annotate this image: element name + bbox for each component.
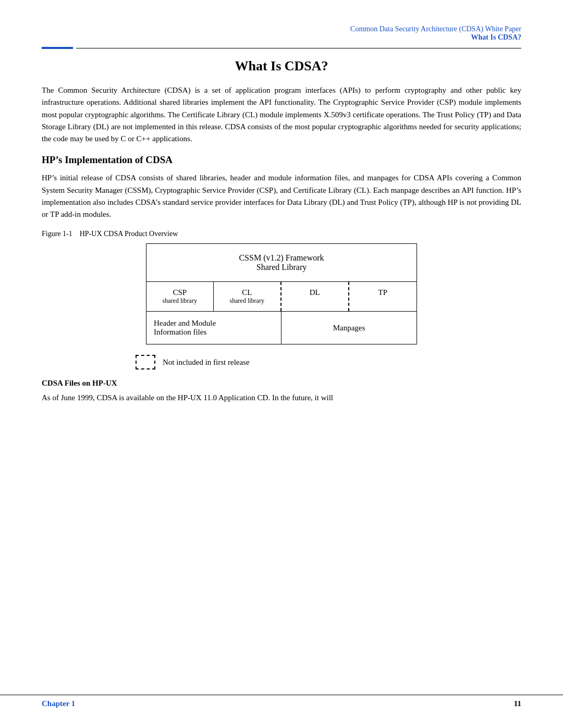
figure-label: Figure 1-1 HP-UX CDSA Product Overview: [42, 230, 521, 238]
legend-dashed-box: [136, 355, 155, 369]
cell-manpages: Manpages: [282, 312, 417, 344]
footer-chapter: Chapter 1: [42, 699, 75, 708]
figure-title: HP-UX CDSA Product Overview: [80, 230, 178, 238]
section-divider: [42, 47, 521, 49]
tp-label: TP: [378, 288, 387, 297]
page-title: What Is CDSA?: [42, 58, 521, 74]
cell-cl: CL shared library: [214, 282, 281, 311]
intro-paragraph: The Common Security Architecture (CDSA) …: [42, 84, 521, 145]
header-module-label: Header and Module: [154, 319, 274, 328]
header-module-sub: Information files: [154, 328, 274, 337]
csp-label: CSP: [152, 288, 208, 297]
legend-row: Not included in first release: [42, 355, 521, 369]
footer-page-number: 11: [514, 699, 521, 708]
cl-sub: shared library: [219, 297, 276, 305]
cell-dl: DL: [282, 282, 349, 311]
header-link: Common Data Security Architecture (CDSA)…: [350, 25, 521, 33]
cdsa-files-heading: CDSA Files on HP-UX: [42, 379, 521, 388]
divider-line: [76, 48, 521, 48]
closing-paragraph: As of June 1999, CDSA is available on th…: [42, 392, 521, 404]
cell-header-module: Header and Module Information files: [146, 312, 282, 344]
cell-csp: CSP shared library: [146, 282, 214, 311]
dl-label: DL: [310, 288, 320, 297]
manpages-label: Manpages: [333, 324, 365, 332]
figure-number: Figure 1-1: [42, 230, 72, 238]
cssm-sublabel: Shared Library: [152, 263, 411, 272]
diagram-right-dashed: DL TP: [282, 282, 417, 311]
diagram-middle-row: CSP shared library CL shared library DL …: [146, 282, 417, 312]
page-footer: Chapter 1 11: [0, 695, 563, 708]
cell-tp: TP: [349, 282, 417, 311]
diagram: CSSM (v1.2) Framework Shared Library CSP…: [146, 243, 417, 344]
divider-blue-bar: [42, 47, 73, 49]
csp-sub: shared library: [152, 297, 208, 305]
cssm-label: CSSM (v1.2) Framework: [152, 253, 411, 263]
page-header: Common Data Security Architecture (CDSA)…: [0, 0, 563, 42]
cl-label: CL: [219, 288, 276, 297]
header-bold: What Is CDSA?: [471, 33, 521, 42]
diagram-bottom-row: Header and Module Information files Manp…: [146, 312, 417, 344]
diagram-left-solid: CSP shared library CL shared library: [146, 282, 282, 311]
main-content: What Is CDSA? The Common Security Archit…: [0, 58, 563, 404]
diagram-cssm-row: CSSM (v1.2) Framework Shared Library: [146, 244, 417, 282]
legend-text: Not included in first release: [163, 358, 250, 367]
page: Common Data Security Architecture (CDSA)…: [0, 0, 563, 728]
section-paragraph: HP’s initial release of CDSA consists of…: [42, 172, 521, 220]
section-heading: HP’s Implementation of CDSA: [42, 154, 521, 166]
